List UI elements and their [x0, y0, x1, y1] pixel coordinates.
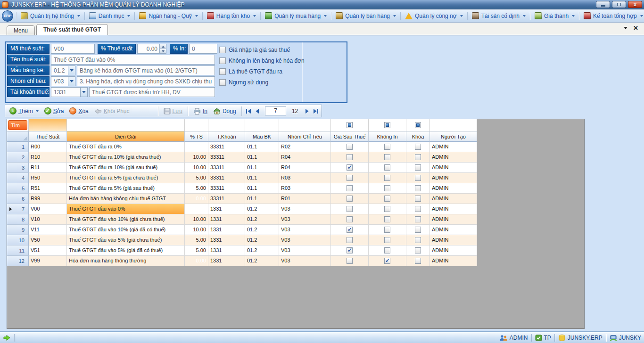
row-checkbox[interactable] — [415, 196, 421, 202]
row-checkbox[interactable] — [415, 227, 421, 233]
checkbox[interactable] — [219, 57, 226, 64]
menu-quan-ly-ban-hang[interactable]: Quản lý bán hàng — [332, 11, 399, 21]
last-page-button[interactable] — [312, 106, 319, 116]
row-checkbox[interactable] — [415, 144, 421, 150]
cell[interactable]: 01.2 — [245, 235, 279, 245]
row-number-cell[interactable]: 2 — [7, 152, 29, 163]
cell[interactable] — [369, 225, 406, 235]
cell[interactable]: Thuế GTGT đầu ra 5% (giá chưa thuế) — [67, 173, 185, 183]
tai-khoan-thue-desc[interactable] — [89, 87, 215, 97]
cell[interactable]: ADMIN — [430, 173, 477, 183]
cell[interactable]: ADMIN — [430, 204, 477, 214]
cell[interactable]: ADMIN — [430, 235, 477, 245]
cell[interactable] — [406, 245, 430, 256]
cell[interactable]: R04 — [279, 163, 331, 173]
cell[interactable]: R01 — [279, 194, 331, 204]
column-header[interactable]: Người Tạo — [430, 131, 477, 142]
filter-checkbox[interactable] — [384, 122, 390, 128]
pct-thue-suat-spinner[interactable] — [137, 44, 166, 54]
erp-orb-button[interactable]: ERP — [2, 10, 13, 22]
menu-danh-muc[interactable]: Danh mục — [86, 11, 134, 21]
row-checkbox[interactable] — [384, 227, 390, 233]
cell[interactable] — [369, 163, 406, 173]
row-checkbox[interactable] — [347, 227, 353, 233]
row-checkbox[interactable] — [347, 175, 353, 181]
column-header[interactable]: Thuế Suất — [29, 131, 67, 142]
cell[interactable]: Thuế GTGT đầu ra 5% (giá sau thuế) — [67, 183, 185, 194]
spinner-up-icon[interactable] — [159, 44, 166, 49]
cell[interactable]: 01.1 — [245, 142, 279, 152]
cell[interactable]: Thuế GTGT đầu ra 10% (giá sau thuế) — [67, 163, 185, 173]
filter-checkbox[interactable] — [347, 122, 353, 128]
cell[interactable] — [406, 225, 430, 235]
cell[interactable]: ADMIN — [430, 245, 477, 256]
cell[interactable]: 1331 — [208, 235, 245, 245]
row-checkbox[interactable] — [384, 196, 390, 202]
tab-close-icon[interactable]: ✕ — [633, 25, 638, 31]
row-checkbox[interactable] — [415, 216, 421, 222]
column-header[interactable]: Không In — [369, 131, 406, 142]
cell[interactable]: V50 — [29, 235, 67, 245]
cell[interactable]: R00 — [29, 142, 67, 152]
them-button[interactable]: +Thêm — [8, 106, 41, 116]
cell[interactable]: 1331 — [208, 256, 245, 266]
menu-quan-ly-mua-hang[interactable]: Quản lý mua hàng — [262, 11, 330, 21]
cell[interactable]: 5.00 — [185, 245, 208, 256]
row-number-cell[interactable]: 1 — [7, 142, 29, 152]
column-header[interactable]: Mẫu BK — [245, 131, 279, 142]
cell[interactable]: 33311 — [208, 152, 245, 163]
row-checkbox[interactable] — [347, 164, 353, 171]
cell[interactable] — [369, 204, 406, 214]
column-header[interactable]: Nhóm Chỉ Tiêu — [279, 131, 331, 142]
cell[interactable] — [369, 214, 406, 225]
filter-cell-3[interactable] — [185, 119, 208, 131]
cell[interactable]: 1331 — [208, 204, 245, 214]
filter-cell-5[interactable] — [245, 119, 279, 131]
cell[interactable]: 33311 — [208, 194, 245, 204]
row-checkbox[interactable] — [347, 196, 353, 202]
filter-cell-10[interactable] — [430, 119, 477, 131]
current-page-input[interactable]: 7 — [265, 106, 286, 115]
row-number-cell[interactable]: 11 — [7, 245, 29, 256]
cell[interactable] — [369, 152, 406, 163]
cell[interactable] — [406, 152, 430, 163]
cell[interactable] — [331, 142, 369, 152]
filter-checkbox[interactable] — [415, 122, 421, 128]
cell[interactable]: R04 — [279, 152, 331, 163]
cell[interactable] — [331, 245, 369, 256]
cell[interactable]: Hóa đơn bán hàng không chịu thuế GTGT — [67, 194, 185, 204]
cell[interactable]: ADMIN — [430, 256, 477, 266]
row-checkbox[interactable] — [415, 237, 421, 243]
xoa-button[interactable]: −Xóa — [67, 106, 90, 116]
cell[interactable] — [369, 194, 406, 204]
cell[interactable]: V03 — [279, 225, 331, 235]
cell[interactable] — [406, 256, 430, 266]
cell[interactable]: R11 — [29, 163, 67, 173]
minimize-button[interactable] — [596, 1, 610, 8]
cell[interactable]: ADMIN — [430, 225, 477, 235]
grid-corner-cell[interactable] — [7, 131, 29, 142]
close-button[interactable]: x — [628, 1, 642, 8]
cell[interactable]: 5.00 — [185, 173, 208, 183]
cell[interactable]: 33311 — [208, 163, 245, 173]
cell[interactable]: 10.00 — [185, 214, 208, 225]
cell[interactable]: 01.1 — [245, 163, 279, 173]
cell[interactable]: 01.2 — [245, 214, 279, 225]
cell[interactable]: V51 — [29, 245, 67, 256]
cell[interactable] — [331, 214, 369, 225]
cell[interactable] — [369, 142, 406, 152]
cell[interactable] — [331, 183, 369, 194]
column-header[interactable]: Diễn Giải — [67, 131, 185, 142]
menu-quan-ly-cong-no[interactable]: Quản lý công nợ — [402, 11, 466, 21]
checkbox[interactable] — [219, 79, 226, 86]
row-number-cell[interactable]: 6 — [7, 194, 29, 204]
cell[interactable]: ADMIN — [430, 152, 477, 163]
menu-hang-ton-kho[interactable]: Hàng tồn kho — [204, 11, 259, 21]
cell[interactable] — [331, 204, 369, 214]
filter-row-label[interactable]: Tìm — [8, 120, 27, 130]
tab-thue-suat-gtgt[interactable]: Thuế suất thuế GTGT — [36, 24, 108, 35]
row-checkbox[interactable] — [415, 175, 421, 181]
row-checkbox[interactable] — [415, 154, 421, 160]
column-header[interactable]: % TS — [185, 131, 208, 142]
sua-button[interactable]: ✓Sửa — [42, 106, 66, 116]
